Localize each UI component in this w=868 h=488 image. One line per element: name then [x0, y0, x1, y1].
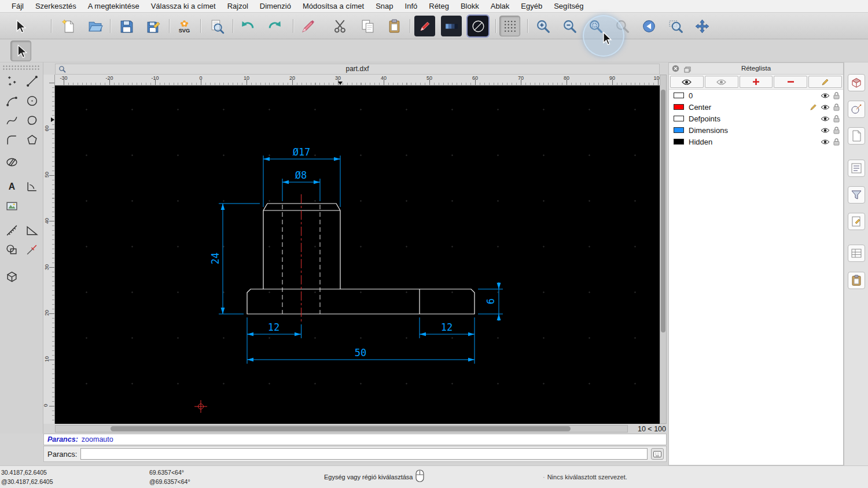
grid-toggle-button[interactable] — [499, 16, 520, 36]
select-pointer-button[interactable] — [9, 16, 30, 36]
dimension-tool-button[interactable] — [23, 177, 42, 196]
undo-button[interactable] — [237, 16, 258, 36]
show-all-layers-button[interactable] — [670, 76, 704, 88]
menu-item-8[interactable]: Infó — [399, 2, 424, 10]
layer-row-defpoints[interactable]: Defpoints — [669, 113, 843, 124]
save-button[interactable] — [116, 16, 137, 36]
snap-tool-button[interactable] — [23, 241, 42, 260]
layer-color-swatch[interactable] — [674, 93, 684, 98]
float-panel-icon[interactable] — [684, 65, 691, 76]
cut-button[interactable] — [330, 16, 351, 36]
zoom-in-button[interactable] — [532, 16, 553, 36]
edit-layer-button[interactable] — [808, 76, 842, 88]
layer-lock-toggle[interactable] — [833, 92, 840, 99]
layer-lock-toggle[interactable] — [833, 115, 840, 123]
layer-row-dimensions[interactable]: Dimensions — [669, 124, 843, 136]
line-width-attributes-button[interactable] — [441, 16, 462, 36]
zoom-pan-button[interactable] — [692, 16, 712, 36]
menu-item-4[interactable]: Rajzol — [222, 2, 254, 10]
measure-distance-button[interactable] — [2, 221, 21, 240]
menu-item-12[interactable]: Egyéb — [515, 2, 548, 10]
horizontal-ruler[interactable]: -30-20-100102030405060708090100 — [55, 75, 660, 86]
modify-tool-button[interactable] — [2, 241, 21, 260]
print-preview-button[interactable] — [206, 16, 227, 36]
dock-cube-button[interactable] — [848, 74, 865, 91]
menu-item-2[interactable]: A megtekintése — [82, 2, 145, 10]
arc-tool-button[interactable] — [2, 91, 21, 110]
dock-clipboard-button[interactable] — [848, 272, 865, 289]
layer-row-center[interactable]: Center — [669, 101, 843, 113]
line-type-attributes-button[interactable] — [468, 16, 488, 36]
layer-visibility-toggle[interactable] — [821, 116, 830, 122]
horizontal-scrollbar-thumb[interactable] — [111, 426, 571, 431]
layer-color-swatch[interactable] — [674, 104, 684, 110]
layer-visibility-toggle[interactable] — [821, 139, 830, 145]
layer-visibility-toggle[interactable] — [821, 104, 830, 110]
menu-item-6[interactable]: Módosítsa a címet — [297, 2, 370, 10]
redo-button[interactable] — [264, 16, 285, 36]
measure-angle-button[interactable] — [23, 221, 42, 240]
insert-image-button[interactable] — [2, 197, 21, 216]
dock-filter-button[interactable] — [848, 186, 865, 204]
layer-lock-toggle[interactable] — [833, 127, 840, 134]
pen-attributes-button[interactable] — [414, 16, 435, 36]
menu-item-1[interactable]: Szerkesztés — [30, 2, 82, 10]
menu-item-9[interactable]: Réteg — [423, 2, 455, 10]
menu-item-13[interactable]: Segítség — [548, 2, 589, 10]
solid-3d-tool-button[interactable] — [2, 267, 21, 286]
layer-visibility-toggle[interactable] — [821, 93, 830, 99]
spline-tool-button[interactable] — [2, 111, 21, 130]
part-outline[interactable] — [247, 204, 475, 314]
command-input[interactable] — [80, 448, 648, 460]
menu-item-7[interactable]: Snap — [370, 2, 399, 10]
zoom-redraw-button[interactable] — [612, 16, 632, 36]
hatch-tool-button[interactable] — [2, 153, 21, 172]
dock-draft-button[interactable] — [848, 101, 865, 118]
dock-edit-sheet-button[interactable] — [848, 213, 865, 230]
add-layer-button[interactable] — [740, 76, 773, 88]
layer-row-hidden[interactable]: Hidden — [669, 136, 843, 147]
copy-button[interactable] — [357, 16, 378, 36]
zoom-window-button[interactable] — [665, 16, 686, 36]
paste-button[interactable] — [384, 16, 404, 36]
document-titlebar[interactable]: part.dxf — [55, 64, 660, 75]
layer-panel-header[interactable]: Réteglista — [669, 63, 843, 75]
drawing-canvas[interactable]: Ø17 Ø8 24 6 12 12 50 — [55, 86, 660, 424]
hide-all-layers-button[interactable] — [705, 76, 738, 88]
vertical-ruler[interactable]: 6050403020100 — [43, 75, 55, 424]
close-panel-icon[interactable] — [672, 65, 679, 76]
layer-lock-toggle[interactable] — [833, 103, 840, 111]
menu-item-10[interactable]: Blokk — [455, 2, 485, 10]
layer-color-swatch[interactable] — [674, 116, 684, 121]
open-document-button[interactable] — [84, 16, 105, 36]
active-select-tool-button[interactable] — [10, 40, 31, 61]
command-options-button[interactable] — [651, 448, 664, 460]
delete-entities-button[interactable] — [297, 16, 318, 36]
dock-sheet-button[interactable] — [848, 127, 865, 145]
fillet-tool-button[interactable] — [2, 131, 21, 150]
menu-item-5[interactable]: Dimenzió — [254, 2, 297, 10]
zoom-out-button[interactable] — [559, 16, 580, 36]
vertical-scrollbar[interactable] — [660, 75, 667, 424]
remove-layer-button[interactable] — [774, 76, 807, 88]
new-document-button[interactable] — [58, 16, 79, 36]
zoom-auto-button[interactable] — [585, 16, 606, 36]
layer-row-0[interactable]: 0 — [669, 90, 843, 101]
layer-lock-toggle[interactable] — [833, 138, 840, 146]
save-as-button[interactable] — [142, 16, 163, 36]
menu-item-3[interactable]: Válassza ki a címet — [145, 2, 222, 10]
layer-visibility-toggle[interactable] — [821, 127, 830, 134]
layer-color-swatch[interactable] — [674, 127, 684, 133]
export-svg-button[interactable]: SVG — [174, 16, 194, 36]
menu-item-0[interactable]: Fájl — [6, 2, 30, 10]
layer-color-swatch[interactable] — [674, 139, 684, 145]
text-tool-button[interactable]: A — [2, 177, 21, 196]
palette-drag-handle[interactable] — [2, 65, 41, 71]
menu-item-11[interactable]: Ablak — [485, 2, 516, 10]
vertical-scrollbar-thumb[interactable] — [661, 90, 665, 332]
circle-tool-button[interactable] — [23, 91, 42, 110]
zoom-previous-view-button[interactable] — [638, 16, 659, 36]
dock-list-button[interactable] — [848, 160, 865, 177]
polyline-tool-button[interactable] — [23, 111, 42, 130]
horizontal-scrollbar[interactable] — [55, 425, 628, 432]
